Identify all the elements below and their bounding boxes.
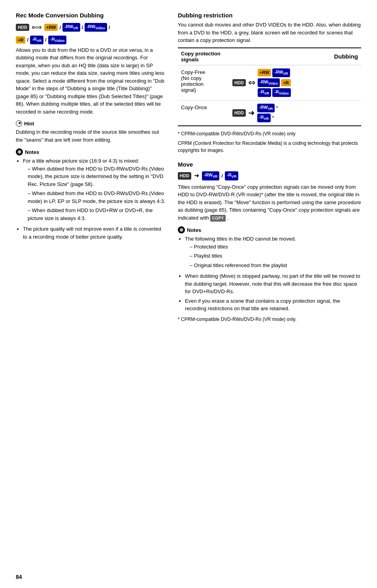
- badge-minus-rwvideo-1: -RWVideo: [85, 23, 107, 32]
- badge-row-5: -RVR *: [257, 114, 278, 122]
- badge-row-3: -RVR -RVideo: [258, 88, 291, 97]
- badge-grid-2: -RWVR * -RVR *: [257, 104, 278, 122]
- notes2-item-2: When dubbing (Move) is stopped partway, …: [185, 272, 361, 296]
- bidirectional-arrow: ⇔: [248, 78, 255, 87]
- notes2-footnote: * CPRM-compatible DVD-RWs/DVD-Rs (VR mod…: [178, 316, 361, 323]
- notes2-sublist: Protected titles Playlist titles Origina…: [190, 243, 361, 269]
- notes2-list: The following titles in the HDD cannot b…: [185, 235, 361, 313]
- table-row-copy-free: Copy-Free(No copyprotectionsignal) HDD ⇔…: [178, 65, 361, 100]
- tbl-badge-minus-rwvideo: -RWVideo: [258, 78, 280, 87]
- notes2-subitem-2: Playlist titles: [190, 252, 361, 260]
- notes2-section: ⊕ Notes The following titles in the HDD …: [178, 226, 361, 323]
- hint-title: ✦ Hint: [16, 120, 166, 127]
- notes-sublist-1: When dubbed from the HDD to DVD-RWs/DVD-…: [28, 165, 166, 222]
- notes-title: ⊕ Notes: [16, 148, 166, 156]
- badge-row-2: -RWVideo +R: [258, 78, 291, 87]
- notes2-item-3: Even if you erase a scene that contains …: [185, 297, 361, 313]
- move-desc: Titles containing "Copy-Once" copy prote…: [178, 183, 361, 222]
- forward-arrow: ➜: [248, 108, 255, 118]
- notes2-title: ⊕ Notes: [178, 226, 361, 233]
- tbl-badge-minus-rvr-once: -RVR: [257, 114, 271, 122]
- right-column: Dubbing restriction You cannot dub movie…: [178, 12, 361, 576]
- badge-row-4: -RWVR *: [257, 104, 278, 112]
- badge-minus-rwvr: -RWVR: [62, 23, 80, 32]
- copy-once-flow: HDD ➜ -RWVR * -RVR *: [229, 100, 361, 126]
- move-arrow-icon: ➜: [194, 170, 199, 182]
- asterisk-2: *: [272, 115, 274, 121]
- mode-badges-line2: +R / -RVR / -RVideo: [16, 35, 166, 44]
- notes-icon: ⊕: [16, 148, 23, 156]
- tbl-badge-plus-rw: +RW: [258, 69, 271, 76]
- table-col2-header: Dubbing: [229, 48, 361, 65]
- page-number: 84: [16, 574, 22, 580]
- table-col1-header: Copy protection signals: [178, 48, 229, 65]
- double-arrow-icon: ⟺: [32, 21, 42, 34]
- move-badge-rvr: -RVR: [225, 171, 238, 180]
- badge-minus-rvr: -RVR: [30, 36, 43, 44]
- badge-plus-r: +R: [16, 36, 25, 44]
- notes2-subitem-1: Protected titles: [190, 243, 361, 251]
- tbl-badge-minus-rwvr: -RWVR: [272, 68, 290, 77]
- move-mode-line: HDD ➜ -RWVR / -RVR: [178, 170, 361, 182]
- notes2-item-1: The following titles in the HDD cannot b…: [185, 235, 361, 269]
- move-section: Move HDD ➜ -RWVR / -RVR Titles containin…: [178, 161, 361, 222]
- left-section-desc: Allows you to dub from the HDD to a DVD …: [16, 46, 166, 116]
- copy-free-flow: HDD ⇔ +RW -RWVR -RWVideo +R: [229, 65, 361, 100]
- notes-item-2: The picture quality will not improve eve…: [23, 225, 166, 241]
- footnote2: CPRM (Content Protection for Recordable …: [178, 140, 361, 154]
- hint-text: Dubbing in the recording mode of the sou…: [16, 128, 166, 144]
- notes-list: For a title whose picture size (16:9 or …: [23, 157, 166, 241]
- page: Rec Mode Conversion Dubbing HDD ⟺ +RW / …: [0, 0, 377, 588]
- left-section-title: Rec Mode Conversion Dubbing: [16, 12, 166, 19]
- table-row-copy-once: Copy-Once HDD ➜ -RWVR *: [178, 100, 361, 126]
- move-badge-rwvr: -RWVR: [202, 171, 220, 180]
- left-column: Rec Mode Conversion Dubbing HDD ⟺ +RW / …: [16, 12, 166, 576]
- tbl-badge-minus-rwvr-once: -RWVR: [257, 104, 275, 112]
- move-hdd-badge: HDD: [178, 172, 191, 179]
- copy-once-label: Copy-Once: [178, 100, 229, 126]
- tbl-badge-minus-rvideo: -RVideo: [272, 88, 290, 97]
- table-hdd-badge-1: HDD: [232, 79, 246, 86]
- badge-minus-rvideo: -RVideo: [48, 36, 66, 44]
- hint-icon: ✦: [16, 120, 22, 127]
- right-section1-desc: You cannot dub movies and other DVD VIDE…: [178, 21, 361, 44]
- notes-subitem-1: When dubbed from the HDD to DVD-RWs/DVD-…: [28, 165, 166, 188]
- notes-subitem-3: When dubbed from HDD to DVD+RW or DVD+R,…: [28, 207, 166, 222]
- table-hdd-badge-2: HDD: [232, 109, 246, 116]
- badge-hdd: HDD: [16, 24, 29, 31]
- notes-section: ⊕ Notes For a title whose picture size (…: [16, 148, 166, 241]
- tbl-badge-plus-r: +R: [281, 79, 290, 86]
- right-section1-title: Dubbing restriction: [178, 12, 361, 19]
- dubbing-table: Copy protection signals Dubbing Copy-Fre…: [178, 47, 361, 127]
- badge-plus-rw: +RW: [44, 24, 58, 31]
- mode-badges-line1: HDD ⟺ +RW / -RWVR / -RWVideo /: [16, 21, 166, 34]
- notes-subitem-2: When dubbed from the HDD to DVD-RWs/DVD-…: [28, 190, 166, 205]
- notes2-subitem-3: Original titles referenced from the play…: [190, 262, 361, 269]
- footnote1: * CPRM-compatible DVD-RWs/DVD-Rs (VR mod…: [178, 130, 361, 137]
- copy-badge: COPY: [210, 215, 225, 222]
- badge-row-1: +RW -RWVR: [258, 68, 291, 77]
- notes2-icon: ⊕: [178, 226, 185, 233]
- copy-free-label: Copy-Free(No copyprotectionsignal): [178, 65, 229, 100]
- notes-item-1: For a title whose picture size (16:9 or …: [23, 157, 166, 222]
- badge-grid-1: +RW -RWVR -RWVideo +R -RVR: [258, 68, 291, 97]
- asterisk-1: *: [276, 105, 278, 111]
- hint-section: ✦ Hint Dubbing in the recording mode of …: [16, 120, 166, 144]
- tbl-badge-minus-rvr: -RVR: [258, 88, 271, 97]
- move-title: Move: [178, 161, 361, 168]
